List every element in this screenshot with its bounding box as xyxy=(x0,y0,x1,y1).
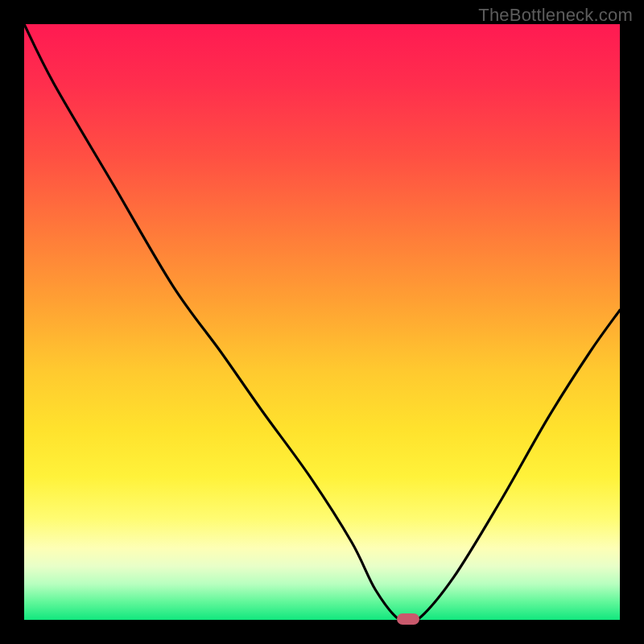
chart-frame: TheBottleneck.com xyxy=(0,0,644,644)
optimal-point-marker xyxy=(397,613,419,625)
bottleneck-curve xyxy=(24,24,620,620)
watermark-text: TheBottleneck.com xyxy=(478,5,633,26)
plot-area xyxy=(24,24,620,620)
